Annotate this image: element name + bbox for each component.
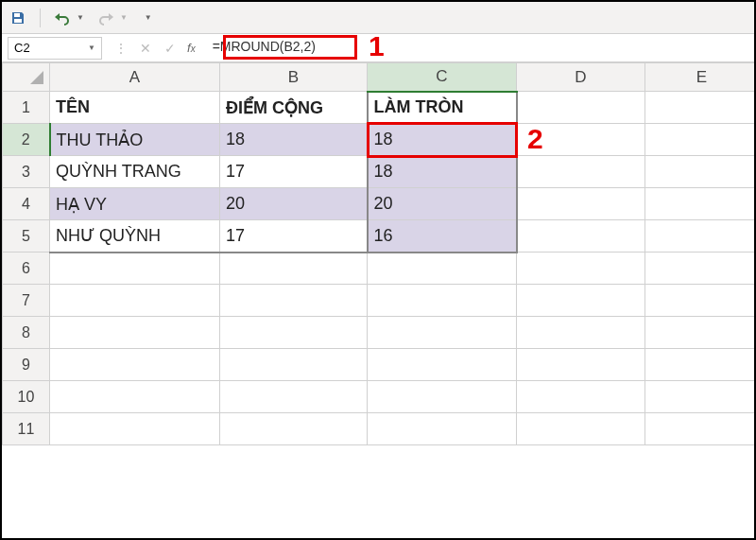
cell-A7[interactable] — [50, 285, 220, 317]
col-header-B[interactable]: B — [220, 63, 368, 92]
formula-input[interactable]: =MROUND(B2,2) — [209, 37, 754, 60]
cell-A5[interactable]: NHƯ QUỲNH — [50, 220, 220, 253]
cell-C10[interactable] — [368, 381, 517, 413]
enter-icon[interactable]: ✓ — [163, 41, 178, 56]
row-header-7[interactable]: 7 — [3, 285, 50, 317]
cell-C6[interactable] — [368, 253, 517, 285]
cell-E6[interactable] — [645, 253, 757, 285]
cell-C4[interactable]: 20 — [368, 188, 517, 220]
cancel-icon[interactable]: ✕ — [138, 41, 153, 56]
cell-A11[interactable] — [50, 413, 220, 445]
row-header-2[interactable]: 2 — [3, 124, 50, 156]
cell-C1[interactable]: LÀM TRÒN — [368, 92, 517, 124]
cell-C5[interactable]: 16 — [368, 220, 517, 253]
save-icon[interactable] — [9, 9, 26, 26]
cell-A9[interactable] — [50, 349, 220, 381]
select-all-corner[interactable] — [3, 63, 50, 92]
svg-rect-0 — [14, 13, 20, 17]
row-header-4[interactable]: 4 — [3, 188, 50, 220]
cell-A2[interactable]: THU THẢO — [50, 124, 220, 156]
cell-B9[interactable] — [220, 349, 368, 381]
cell-D3[interactable] — [517, 156, 645, 188]
cells-table[interactable]: A B C D E 1 TÊN ĐIỂM CỘNG LÀM TRÒN 2 THU… — [2, 62, 756, 445]
cell-E4[interactable] — [645, 188, 757, 220]
cell-D6[interactable] — [517, 253, 645, 285]
col-header-A[interactable]: A — [50, 63, 220, 92]
name-box[interactable]: C2 ▼ — [8, 37, 102, 60]
cell-B8[interactable] — [220, 317, 368, 349]
row-header-6[interactable]: 6 — [3, 253, 50, 285]
cell-D1[interactable] — [517, 92, 645, 124]
annotation-1: 1 — [369, 30, 385, 62]
cell-E1[interactable] — [645, 92, 757, 124]
cell-C3[interactable]: 18 — [368, 156, 517, 188]
row-header-10[interactable]: 10 — [3, 381, 50, 413]
undo-dropdown-icon[interactable]: ▼ — [77, 13, 84, 22]
cell-D7[interactable] — [517, 285, 645, 317]
cell-E2[interactable] — [645, 124, 757, 156]
cell-A8[interactable] — [50, 317, 220, 349]
row-header-1[interactable]: 1 — [3, 92, 50, 124]
quick-access-toolbar: ▼ ▼ ▼ — [2, 2, 754, 34]
cell-D10[interactable] — [517, 381, 645, 413]
cell-C2[interactable]: 18 — [368, 124, 517, 156]
svg-rect-1 — [14, 19, 22, 23]
cell-B3[interactable]: 17 — [220, 156, 368, 188]
qat-customize-icon[interactable]: ▼ — [145, 13, 152, 22]
cell-D9[interactable] — [517, 349, 645, 381]
formula-text: =MROUND(B2,2) — [213, 39, 316, 54]
cell-B10[interactable] — [220, 381, 368, 413]
cell-B2[interactable]: 18 — [220, 124, 368, 156]
cell-C9[interactable] — [368, 349, 517, 381]
row-header-3[interactable]: 3 — [3, 156, 50, 188]
row-header-9[interactable]: 9 — [3, 349, 50, 381]
col-header-D[interactable]: D — [517, 63, 645, 92]
fx-icon[interactable]: fx — [187, 41, 196, 55]
cell-A6[interactable] — [50, 253, 220, 285]
formula-bar: C2 ▼ ⋮ ✕ ✓ fx =MROUND(B2,2) 1 — [2, 34, 754, 62]
redo-icon[interactable] — [97, 9, 114, 26]
cell-A1[interactable]: TÊN — [50, 92, 220, 124]
cell-B7[interactable] — [220, 285, 368, 317]
formula-more-icon[interactable]: ⋮ — [113, 41, 129, 56]
cell-C8[interactable] — [368, 317, 517, 349]
row-header-11[interactable]: 11 — [3, 413, 50, 445]
cell-D5[interactable] — [517, 220, 645, 253]
cell-C7[interactable] — [368, 285, 517, 317]
redo-dropdown-icon[interactable]: ▼ — [120, 13, 128, 22]
cell-B1[interactable]: ĐIỂM CỘNG — [220, 92, 368, 124]
name-box-dropdown-icon[interactable]: ▼ — [88, 44, 95, 52]
cell-B5[interactable]: 17 — [220, 220, 368, 253]
cell-E11[interactable] — [645, 413, 757, 445]
col-header-E[interactable]: E — [645, 63, 757, 92]
cell-D4[interactable] — [517, 188, 645, 220]
cell-E9[interactable] — [645, 349, 757, 381]
formula-bar-buttons: ⋮ ✕ ✓ fx — [113, 41, 201, 56]
cell-B4[interactable]: 20 — [220, 188, 368, 220]
separator — [40, 9, 41, 27]
cell-A4[interactable]: HẠ VY — [50, 188, 220, 220]
cell-E5[interactable] — [645, 220, 757, 253]
spreadsheet-grid: A B C D E 1 TÊN ĐIỂM CỘNG LÀM TRÒN 2 THU… — [2, 62, 754, 445]
name-box-value: C2 — [14, 41, 30, 55]
annotation-2: 2 — [527, 123, 543, 155]
cell-A3[interactable]: QUỲNH TRANG — [50, 156, 220, 188]
col-header-C[interactable]: C — [368, 63, 517, 92]
undo-icon[interactable] — [54, 9, 71, 26]
cell-E10[interactable] — [645, 381, 757, 413]
cell-E8[interactable] — [645, 317, 757, 349]
cell-D11[interactable] — [517, 413, 645, 445]
cell-B11[interactable] — [220, 413, 368, 445]
cell-A10[interactable] — [50, 381, 220, 413]
cell-E7[interactable] — [645, 285, 757, 317]
cell-C11[interactable] — [368, 413, 517, 445]
cell-E3[interactable] — [645, 156, 757, 188]
cell-D8[interactable] — [517, 317, 645, 349]
cell-B6[interactable] — [220, 253, 368, 285]
row-header-8[interactable]: 8 — [3, 317, 50, 349]
row-header-5[interactable]: 5 — [3, 220, 50, 253]
